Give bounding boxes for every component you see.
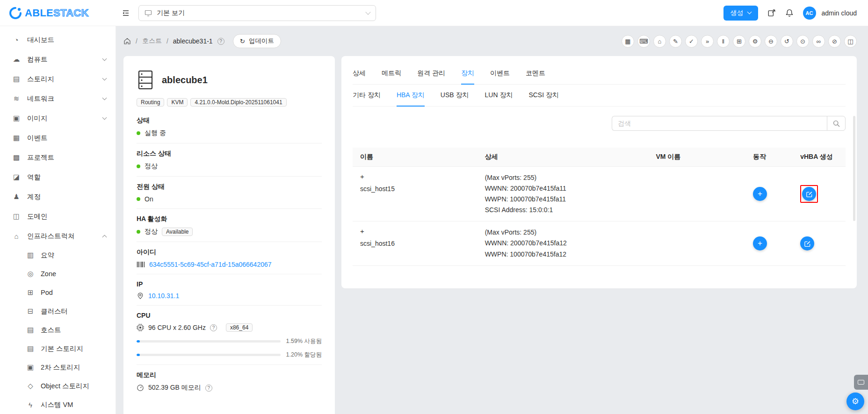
tab-metrics[interactable]: 메트릭 [382, 65, 401, 84]
action-console-button[interactable]: ⌨ [637, 35, 650, 48]
host-server-icon [137, 70, 154, 90]
sidebar-item-dashboard[interactable]: ◔ 대시보드 [0, 30, 116, 50]
ha-section: HA 활성화 정상 Available [137, 209, 322, 242]
help-icon[interactable]: ? [217, 38, 224, 45]
sidebar-item-events[interactable]: ▦ 이벤트 [0, 128, 116, 148]
breadcrumb-hosts-link[interactable]: 호스트 [142, 37, 162, 45]
add-vhba-action-button[interactable]: + [753, 236, 767, 250]
sidebar-item-storage[interactable]: ▤ 스토리지 [0, 69, 116, 89]
tab-remote-management[interactable]: 원격 관리 [417, 65, 445, 84]
tab-details[interactable]: 상세 [353, 65, 366, 84]
user-name[interactable]: admin cloud [822, 9, 857, 17]
chevron-down-icon [102, 115, 107, 120]
breadcrumb-current: ablecube31-1 [173, 37, 213, 45]
project-switch-icon[interactable] [767, 9, 776, 17]
sidebar-item-compute[interactable]: ☁ 컴퓨트 [0, 50, 116, 69]
sidebar-item-infrastructure[interactable]: ⌂ 인프라스트럭쳐 [0, 226, 116, 246]
cluster-icon: ⊟ [26, 307, 35, 315]
hypervisor-tag: KVM [167, 98, 188, 107]
notification-bell-icon[interactable] [785, 9, 794, 17]
tab-devices[interactable]: 장치 [461, 65, 474, 85]
detail-tabs: 상세 메트릭 원격 관리 장치 이벤트 코멘트 [353, 65, 846, 85]
sidebar-subitem-secondary-storage[interactable]: ▣ 2차 스토리지 [0, 358, 116, 377]
home-icon[interactable] [123, 37, 131, 45]
chevron-down-icon [102, 76, 107, 81]
action-migrate-button[interactable]: ⌂ [653, 35, 666, 48]
sidebar-subitem-cluster[interactable]: ⊟ 클러스터 [0, 302, 116, 321]
metrics-icon: ▦ [625, 38, 630, 44]
action-certificate-button[interactable]: ✓ [685, 35, 698, 48]
action-configure-button[interactable]: ⚙ [749, 35, 761, 48]
sidebar-item-projects[interactable]: ▩ 프로젝트 [0, 148, 116, 167]
action-diagnostics-button[interactable]: ⊙ [796, 35, 809, 48]
user-avatar[interactable]: AC [803, 7, 816, 20]
sidebar-subitem-system-vm[interactable]: ϟ 시스템 VM [0, 395, 116, 414]
sidebar-subitem-object-storage[interactable]: ◇ Object 스토리지 [0, 377, 116, 395]
sidebar-subitem-label: 2차 스토리지 [41, 363, 106, 372]
action-forward-button[interactable]: » [701, 35, 714, 48]
sidebar-subitem-label: 요약 [41, 251, 106, 260]
host-ip-link[interactable]: 10.10.31.1 [148, 292, 179, 300]
cpu-allocated-progress: 1.20% 할당됨 [137, 351, 322, 359]
table-scrollbar[interactable] [853, 116, 855, 221]
edit-square-icon [804, 240, 811, 247]
resource-status-section: 리소스 상태 정상 [137, 143, 322, 177]
pause-icon: ‖ [722, 38, 724, 44]
action-metrics-button[interactable]: ▦ [622, 35, 634, 48]
cpu-used-label: 1.59% 사용됨 [286, 337, 322, 345]
search-button[interactable] [827, 116, 846, 131]
update-button[interactable]: ↻ 업데이트 [233, 34, 281, 48]
action-layout-button[interactable]: ◫ [844, 35, 857, 48]
view-selector[interactable]: 기본 보기 [138, 5, 376, 21]
breadcrumb-row: / 호스트 / ablecube31-1 ? ↻ 업데이트 ▦ ⌨ ⌂ ✎ ✓ … [123, 33, 857, 50]
action-add-button[interactable]: ⊞ [733, 35, 745, 48]
device-tab-scsi[interactable]: SCSI 장치 [528, 87, 559, 106]
sidebar-item-domains[interactable]: ◫ 도메인 [0, 207, 116, 226]
ha-label: HA 활성화 [137, 215, 322, 223]
host-id-link[interactable]: 634c5551-5c69-45cf-a71d-15a066642067 [149, 261, 272, 268]
sidebar-subitem-summary[interactable]: ▥ 요약 [0, 246, 116, 264]
sidebar-item-images[interactable]: ▣ 이미지 [0, 108, 116, 128]
tab-comments[interactable]: 코멘트 [526, 65, 545, 84]
sidebar-item-roles[interactable]: ◪ 역할 [0, 167, 116, 187]
ha-state-badge: Available [162, 228, 193, 236]
sidebar-item-label: 인프라스트럭쳐 [27, 232, 96, 241]
settings-fab-button[interactable]: ⚙ [846, 393, 864, 410]
expand-row-button[interactable]: + [360, 227, 364, 236]
expand-row-button[interactable]: + [360, 172, 364, 181]
sidebar-item-accounts[interactable]: ♟ 계정 [0, 187, 116, 207]
search-input[interactable] [612, 116, 827, 131]
action-disable-button[interactable]: ⊖ [765, 35, 777, 48]
table-row: + scsi_host15 (Max vPorts: 255) WWNN: 20… [353, 167, 846, 221]
add-vhba-action-button[interactable]: + [753, 187, 767, 201]
sidebar-subitem-primary-storage[interactable]: ▤ 기본 스토리지 [0, 339, 116, 358]
console-drawer-button[interactable] [854, 375, 868, 390]
device-tab-usb[interactable]: USB 장치 [441, 87, 469, 106]
sidebar-item-label: 네트워크 [27, 94, 96, 103]
view-selector-value: 기본 보기 [157, 9, 362, 17]
system-vm-icon: ϟ [26, 401, 35, 409]
device-tab-other[interactable]: 기타 장치 [353, 87, 381, 106]
help-icon[interactable]: ? [210, 324, 217, 331]
create-vhba-button[interactable] [802, 187, 816, 201]
action-edit-button[interactable]: ✎ [669, 35, 682, 48]
sidebar-subitem-zone[interactable]: ◎ Zone [0, 264, 116, 283]
account-icon: ♟ [12, 193, 21, 201]
tab-events[interactable]: 이벤트 [490, 65, 510, 84]
action-hide-button[interactable]: ⊘ [828, 35, 841, 48]
help-icon[interactable]: ? [205, 385, 212, 392]
ablestack-logo[interactable]: ABLESTACK [9, 7, 113, 19]
create-button[interactable]: 생성 [723, 6, 758, 21]
breadcrumb-separator: / [136, 37, 137, 45]
sidebar-subitem-pod[interactable]: ⊞ Pod [0, 283, 116, 302]
certificate-icon: ✓ [689, 38, 694, 44]
create-vhba-button[interactable] [800, 236, 814, 250]
action-maintenance-button[interactable]: ‖ [717, 35, 730, 48]
menu-fold-icon[interactable] [122, 9, 130, 17]
action-rollback-button[interactable]: ↺ [781, 35, 793, 48]
sidebar-item-network[interactable]: ≋ 네트워크 [0, 89, 116, 108]
device-tab-lun[interactable]: LUN 장치 [485, 87, 513, 106]
device-tab-hba[interactable]: HBA 장치 [397, 87, 425, 107]
sidebar-subitem-hosts[interactable]: ▤ 호스트 [0, 321, 116, 339]
action-attach-button[interactable]: ∞ [812, 35, 825, 48]
